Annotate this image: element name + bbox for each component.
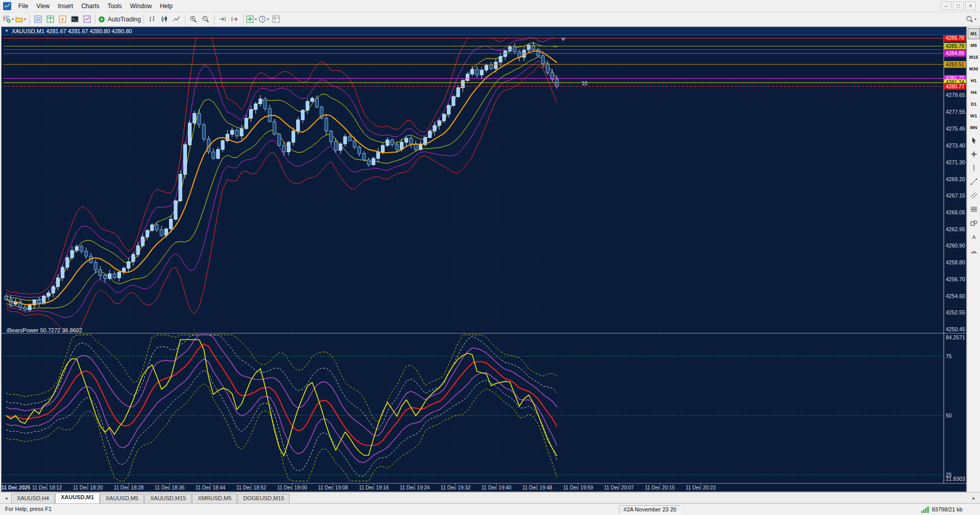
chart-caption[interactable]: ▼ XAUUSD,M1 4281.67 4281.67 4280.80 4280… bbox=[2, 27, 966, 35]
svg-text:11 Dec 19:59: 11 Dec 19:59 bbox=[563, 485, 593, 491]
chart-tab-xauusd-m1[interactable]: XAUUSD,M1 bbox=[55, 493, 100, 503]
crosshair-tool-button[interactable] bbox=[968, 149, 980, 161]
tabs-scroll-right[interactable]: ► bbox=[970, 494, 978, 502]
chart-tab-xauusd-m15[interactable]: XAUUSD,M15 bbox=[145, 494, 192, 503]
menu-items: FileViewInsertChartsToolsWindowHelp bbox=[14, 1, 177, 11]
svg-text:4260.90: 4260.90 bbox=[946, 242, 965, 249]
status-bar: For Help, press F1 #2A November 23 20 93… bbox=[0, 503, 980, 515]
channel-tool-button[interactable] bbox=[968, 190, 980, 203]
terminal-button[interactable] bbox=[68, 14, 81, 25]
svg-text:4256.70: 4256.70 bbox=[946, 276, 965, 282]
timeframe-m1-button[interactable]: M1 bbox=[968, 28, 980, 39]
svg-text:11 Dec 18:20: 11 Dec 18:20 bbox=[73, 485, 103, 491]
cycle-tool-button[interactable] bbox=[968, 246, 980, 258]
chart-tab-dogeusd-m15[interactable]: DOGEUSD,M15 bbox=[237, 494, 290, 503]
candles-chart-button[interactable] bbox=[158, 14, 171, 25]
trendline-tool-button[interactable] bbox=[968, 177, 980, 189]
chart-tab-xauusd-m5[interactable]: XAUUSD,M5 bbox=[100, 494, 144, 503]
chart-tab-xauusd-h4[interactable]: XAUUSD,H4 bbox=[11, 494, 55, 503]
svg-text:11 Dec 18:12: 11 Dec 18:12 bbox=[32, 485, 62, 491]
svg-text:4283.51: 4283.51 bbox=[946, 62, 965, 67]
menu-window[interactable]: Window bbox=[126, 1, 156, 11]
search-button[interactable]: ▼ bbox=[965, 14, 977, 25]
channel-icon bbox=[970, 192, 977, 201]
auto-scroll-icon bbox=[219, 15, 226, 23]
menu-help[interactable]: Help bbox=[156, 1, 177, 11]
chart-window: ▼ XAUUSD,M1 4281.67 4281.67 4280.80 4280… bbox=[1, 27, 967, 492]
autotrading-label: AutoTrading bbox=[108, 16, 141, 23]
toolbar-separator bbox=[185, 14, 185, 24]
tabs-scroll-left[interactable]: ◄ bbox=[2, 494, 10, 502]
periods-button[interactable]: ▼ bbox=[258, 14, 270, 25]
timeframe-m15-button[interactable]: M15 bbox=[968, 52, 980, 63]
zoom-in-button[interactable] bbox=[187, 14, 200, 25]
zoom-out-button[interactable] bbox=[200, 14, 212, 25]
status-note-field[interactable]: #2A November 23 20 bbox=[619, 505, 681, 514]
market-watch-button[interactable] bbox=[32, 14, 44, 25]
timeframe-m5-button[interactable]: M5 bbox=[968, 40, 980, 51]
new-chart-button[interactable]: ▼ bbox=[3, 14, 15, 25]
svg-text:11 Dec 18:28: 11 Dec 18:28 bbox=[114, 485, 144, 491]
svg-text:84.2571: 84.2571 bbox=[946, 334, 965, 340]
periods-icon bbox=[258, 15, 266, 23]
menu-charts[interactable]: Charts bbox=[77, 1, 103, 11]
svg-text:4284.89: 4284.89 bbox=[946, 51, 965, 56]
toolbar-separator bbox=[95, 14, 95, 24]
svg-text:11 Dec 19:32: 11 Dec 19:32 bbox=[441, 485, 471, 491]
templates-button[interactable] bbox=[270, 14, 282, 25]
dropdown-caret-icon: ▼ bbox=[11, 18, 14, 21]
svg-text:4265.05: 4265.05 bbox=[946, 209, 965, 215]
svg-text:4258.80: 4258.80 bbox=[946, 259, 965, 265]
restore-button[interactable]: □ bbox=[953, 2, 964, 10]
templates-icon bbox=[272, 15, 280, 23]
menu-insert[interactable]: Insert bbox=[54, 1, 77, 11]
navigator-button[interactable] bbox=[56, 14, 68, 25]
chart-canvas[interactable]: 104279.654277.554275.454273.404271.30426… bbox=[2, 35, 966, 492]
profiles-button[interactable]: ▼ bbox=[15, 14, 27, 25]
timeframe-w1-button[interactable]: W1 bbox=[968, 110, 980, 121]
svg-text:4286.78: 4286.78 bbox=[946, 35, 965, 41]
fibonacci-icon bbox=[970, 206, 977, 215]
line-chart-button[interactable] bbox=[171, 14, 183, 25]
svg-text:11 Dec 19:48: 11 Dec 19:48 bbox=[522, 485, 553, 491]
svg-text:11 Dec 20:15: 11 Dec 20:15 bbox=[645, 485, 675, 491]
menu-tools[interactable]: Tools bbox=[104, 1, 126, 11]
autotrading-button[interactable]: AutoTrading bbox=[98, 14, 141, 25]
svg-text:4267.15: 4267.15 bbox=[946, 192, 965, 199]
timeframe-mn-button[interactable]: MN bbox=[968, 122, 980, 133]
text-tool-button[interactable]: A bbox=[968, 232, 980, 244]
data-window-button[interactable] bbox=[44, 14, 56, 25]
timeframe-d1-button[interactable]: D1 bbox=[968, 99, 980, 110]
indicators-button[interactable]: ▼ bbox=[246, 14, 258, 25]
window-controls: –□× bbox=[941, 2, 978, 10]
strategy-tester-button[interactable] bbox=[81, 14, 93, 25]
chart-shift-button[interactable] bbox=[229, 14, 241, 25]
shapes-tool-button[interactable] bbox=[968, 218, 980, 230]
svg-text:11 Dec 18:44: 11 Dec 18:44 bbox=[196, 485, 226, 491]
vertical-line-tool-button[interactable] bbox=[968, 163, 980, 175]
timeframe-h4-button[interactable]: H4 bbox=[968, 87, 980, 98]
svg-text:11 Dec 20:07: 11 Dec 20:07 bbox=[604, 485, 634, 491]
terminal-icon bbox=[71, 15, 79, 23]
svg-text:4285.79: 4285.79 bbox=[946, 43, 965, 49]
svg-text:11 Dec 19:16: 11 Dec 19:16 bbox=[359, 485, 389, 491]
menu-file[interactable]: File bbox=[14, 1, 32, 11]
menu-view[interactable]: View bbox=[32, 1, 54, 11]
chart-tab-xmrusd-m5[interactable]: XMRUSD,M5 bbox=[192, 494, 237, 503]
strategy-tester-icon bbox=[83, 15, 91, 23]
timeframe-h1-button[interactable]: H1 bbox=[968, 75, 980, 86]
vertical-line-icon bbox=[970, 164, 977, 174]
svg-text:A: A bbox=[972, 234, 976, 240]
auto-scroll-button[interactable] bbox=[217, 14, 229, 25]
cursor-tool-button[interactable] bbox=[968, 135, 980, 148]
right-toolbar: M1M5M15M30H1H4D1W1MNA bbox=[967, 27, 980, 492]
candles-chart-icon bbox=[160, 15, 168, 23]
svg-text:4250.45: 4250.45 bbox=[946, 326, 965, 332]
status-traffic-text: 93798/21 kb bbox=[931, 506, 963, 512]
bars-chart-button[interactable] bbox=[146, 14, 158, 25]
svg-text:11 Dec 19:24: 11 Dec 19:24 bbox=[400, 485, 430, 491]
minimize-button[interactable]: – bbox=[941, 2, 951, 10]
timeframe-m30-button[interactable]: M30 bbox=[968, 63, 980, 75]
close-button[interactable]: × bbox=[965, 2, 976, 10]
fibonacci-tool-button[interactable] bbox=[968, 204, 980, 216]
